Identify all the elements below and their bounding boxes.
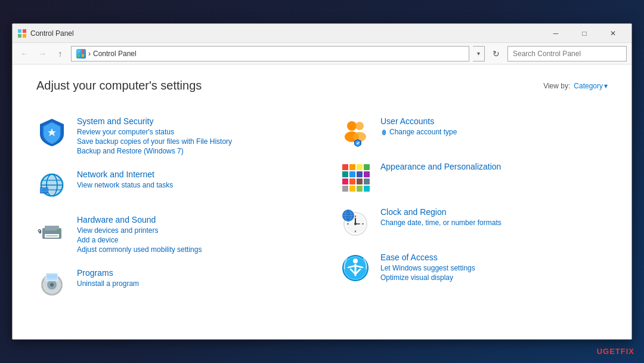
network-internet-link-0[interactable]: View network status and tasks xyxy=(77,181,304,189)
ease-access-links: Let Windows suggest settings Optimize vi… xyxy=(380,264,608,282)
view-by-label: View by: xyxy=(543,82,570,90)
svg-rect-4 xyxy=(78,50,80,52)
hardware-sound-icon xyxy=(36,215,67,246)
left-column: System and Security Review your computer… xyxy=(36,109,304,306)
category-programs[interactable]: Programs Uninstall a program xyxy=(36,261,304,306)
page-title: Adjust your computer's settings xyxy=(36,79,202,93)
path-separator: › xyxy=(88,50,91,58)
svg-rect-37 xyxy=(342,164,348,170)
svg-rect-7 xyxy=(82,54,84,56)
svg-point-22 xyxy=(57,229,59,232)
address-dropdown-button[interactable]: ▾ xyxy=(473,46,485,61)
address-path[interactable]: › Control Panel xyxy=(71,46,469,61)
programs-content: Programs Uninstall a program xyxy=(77,268,304,288)
window-controls: ─ □ ✕ xyxy=(542,24,627,43)
network-internet-icon xyxy=(36,170,67,201)
view-by-control: View by: Category ▾ xyxy=(543,82,608,90)
category-clock-region[interactable]: Clock and Region Change date, time, or n… xyxy=(340,200,608,245)
category-appearance[interactable]: Appearance and Personalization xyxy=(340,155,608,200)
svg-rect-51 xyxy=(357,186,363,192)
category-ease-access[interactable]: Ease of Access Let Windows suggest setti… xyxy=(340,245,608,291)
user-accounts-title[interactable]: User Accounts xyxy=(380,116,608,126)
clock-region-links: Change date, time, or number formats xyxy=(380,219,608,227)
appearance-icon xyxy=(340,162,371,193)
network-internet-links: View network status and tasks xyxy=(77,181,304,189)
view-by-chevron: ▾ xyxy=(604,82,608,90)
clock-region-icon xyxy=(340,207,371,238)
system-security-content: System and Security Review your computer… xyxy=(77,116,304,155)
title-bar: Control Panel ─ □ ✕ xyxy=(13,24,631,43)
svg-rect-46 xyxy=(349,179,355,184)
control-panel-window: Control Panel ─ □ ✕ ← → ↑ xyxy=(12,23,632,340)
category-user-accounts[interactable]: User Accounts Change account type xyxy=(340,109,608,155)
programs-title[interactable]: Programs xyxy=(77,268,304,278)
user-accounts-links: Change account type xyxy=(380,128,608,136)
maximize-button[interactable]: □ xyxy=(571,24,598,43)
clock-region-content: Clock and Region Change date, time, or n… xyxy=(380,207,608,227)
view-by-value-text: Category xyxy=(574,82,603,90)
svg-rect-19 xyxy=(45,226,59,230)
address-bar: ← → ↑ › Control Panel ▾ ↻ xyxy=(13,43,631,64)
categories-grid: System and Security Review your computer… xyxy=(36,109,608,306)
ease-access-title[interactable]: Ease of Access xyxy=(380,253,608,262)
network-internet-content: Network and Internet View network status… xyxy=(77,170,304,189)
svg-point-70 xyxy=(353,259,358,263)
app-icon xyxy=(17,29,27,38)
clock-region-title[interactable]: Clock and Region xyxy=(380,207,608,217)
svg-rect-40 xyxy=(364,164,370,170)
hardware-sound-title[interactable]: Hardware and Sound xyxy=(77,215,304,224)
appearance-title[interactable]: Appearance and Personalization xyxy=(380,162,608,171)
system-security-link-0[interactable]: Review your computer's status xyxy=(77,128,304,136)
svg-rect-47 xyxy=(357,179,363,184)
system-security-icon xyxy=(36,116,67,147)
close-button[interactable]: ✕ xyxy=(599,24,627,43)
svg-rect-41 xyxy=(342,171,348,177)
page-header: Adjust your computer's settings View by:… xyxy=(36,79,608,93)
category-hardware-sound[interactable]: Hardware and Sound View devices and prin… xyxy=(36,208,304,261)
main-content: Adjust your computer's settings View by:… xyxy=(13,64,631,339)
svg-rect-21 xyxy=(46,235,58,236)
hardware-sound-content: Hardware and Sound View devices and prin… xyxy=(77,215,304,254)
category-system-security[interactable]: System and Security Review your computer… xyxy=(36,109,304,162)
hardware-sound-link-2[interactable]: Adjust commonly used mobility settings xyxy=(77,245,304,254)
user-accounts-icon xyxy=(340,116,371,147)
svg-rect-29 xyxy=(47,273,57,281)
system-security-link-2[interactable]: Backup and Restore (Windows 7) xyxy=(77,147,304,155)
watermark: UGETFIX xyxy=(597,347,634,356)
svg-rect-43 xyxy=(357,171,363,177)
svg-rect-50 xyxy=(349,186,355,192)
svg-rect-2 xyxy=(18,34,21,38)
svg-rect-17 xyxy=(41,189,47,192)
hardware-sound-link-0[interactable]: View devices and printers xyxy=(77,226,304,235)
system-security-title[interactable]: System and Security xyxy=(77,116,304,126)
search-input[interactable] xyxy=(507,46,627,61)
clock-region-link-0[interactable]: Change date, time, or number formats xyxy=(380,219,608,227)
programs-link-0[interactable]: Uninstall a program xyxy=(77,279,304,288)
svg-rect-1 xyxy=(23,29,26,33)
up-button[interactable]: ↑ xyxy=(53,47,67,61)
refresh-button[interactable]: ↻ xyxy=(488,46,504,61)
hardware-sound-link-1[interactable]: Add a device xyxy=(77,236,304,244)
forward-button[interactable]: → xyxy=(35,47,49,61)
ease-access-link-0[interactable]: Let Windows suggest settings xyxy=(380,264,608,272)
ease-access-link-1[interactable]: Optimize visual display xyxy=(380,273,608,282)
minimize-button[interactable]: ─ xyxy=(542,24,569,43)
network-internet-title[interactable]: Network and Internet xyxy=(77,170,304,179)
svg-rect-44 xyxy=(364,171,370,177)
category-network-internet[interactable]: Network and Internet View network status… xyxy=(36,162,304,208)
user-accounts-content: User Accounts Change account type xyxy=(380,116,608,136)
svg-rect-5 xyxy=(82,50,84,52)
system-security-links: Review your computer's status Save backu… xyxy=(77,128,304,155)
system-security-link-1[interactable]: Save backup copies of your files with Fi… xyxy=(77,137,304,146)
svg-point-35 xyxy=(355,122,364,130)
user-accounts-link-0[interactable]: Change account type xyxy=(380,128,608,136)
view-by-dropdown[interactable]: Category ▾ xyxy=(574,82,608,90)
path-current: Control Panel xyxy=(93,50,137,58)
watermark-prefix: UGET xyxy=(597,347,621,356)
ease-access-icon xyxy=(340,253,371,284)
window-title: Control Panel xyxy=(30,29,542,38)
svg-rect-3 xyxy=(23,34,26,38)
back-button[interactable]: ← xyxy=(17,47,32,61)
svg-rect-45 xyxy=(342,179,348,184)
programs-icon xyxy=(36,268,67,299)
